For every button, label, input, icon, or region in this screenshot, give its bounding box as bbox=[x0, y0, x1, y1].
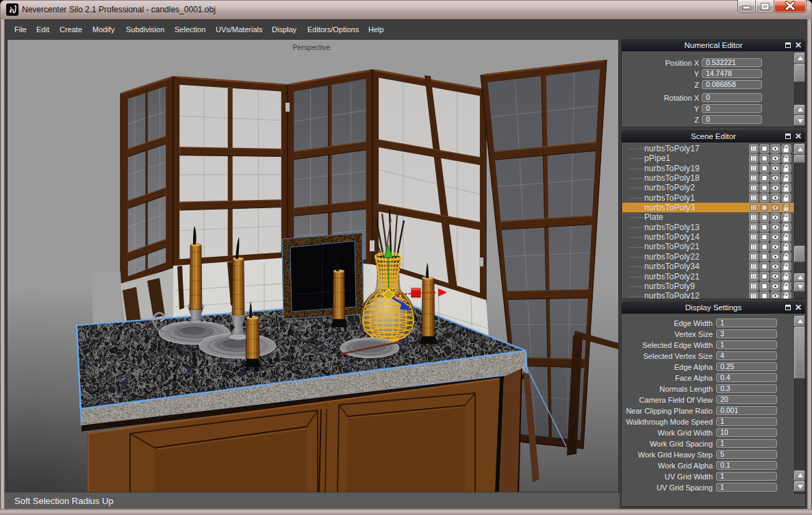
svg-text:Perspective: Perspective bbox=[293, 43, 331, 51]
